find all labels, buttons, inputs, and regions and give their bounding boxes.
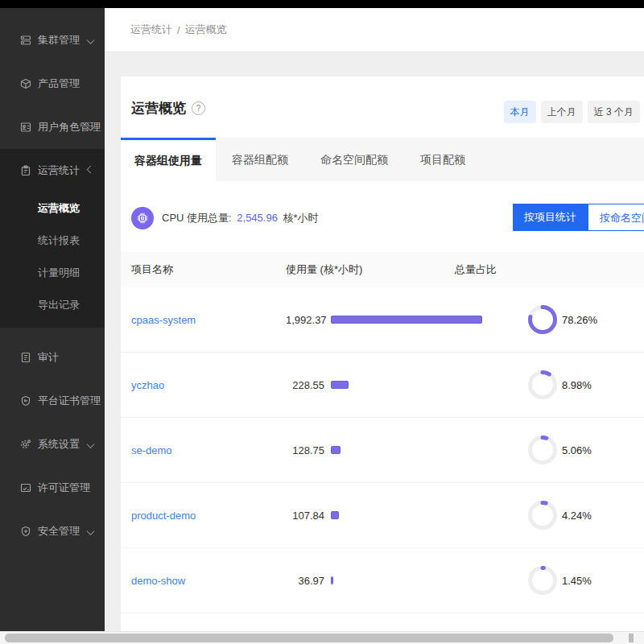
- license-icon: [20, 482, 31, 493]
- sidebar-item-label: 运营统计: [38, 163, 80, 178]
- cpu-total-value: 2,545.96: [237, 212, 278, 224]
- tab-project-quota[interactable]: 项目配额: [404, 138, 481, 181]
- main-area: 运营统计 / 运营概览 运营概览 ? 本月 上个月 近 3 个月 容器组使用量 …: [105, 8, 644, 644]
- usage-bar: [331, 446, 482, 454]
- product-icon: [20, 78, 31, 89]
- usage-bar: [331, 511, 482, 519]
- project-link[interactable]: cpaas-system: [121, 314, 286, 326]
- project-link[interactable]: yczhao: [121, 379, 286, 391]
- page-title: 运营概览 ?: [131, 99, 205, 118]
- sidebar-item-license-management[interactable]: 许可证管理: [0, 466, 105, 510]
- sidebar-item-operation-stats[interactable]: 运营统计: [0, 149, 105, 192]
- sidebar-group-operation-stats: 运营统计 运营概览 统计报表 计量明细 导出记录: [0, 149, 105, 328]
- sidebar-subitem-metering-detail[interactable]: 计量明细: [0, 257, 105, 289]
- horizontal-scrollbar-button[interactable]: [629, 634, 634, 642]
- platform-cert-icon: [20, 395, 31, 407]
- view-toggle: 按项目统计 按命名空间统计: [513, 204, 644, 231]
- ratio-percent: 1.45%: [562, 575, 592, 587]
- usage-bar: [331, 316, 482, 324]
- sidebar-item-label: 审计: [38, 350, 59, 365]
- ratio-donut-chart: [528, 501, 557, 530]
- cpu-summary-row: CPU 使用总量: 2,545.96 核*小时 按项目统计 按命名空间统计: [121, 194, 644, 242]
- sidebar: 集群管理 产品管理 用户角色管理 运营统计 运营概览 统计报表 计量明细 导出记…: [0, 8, 105, 644]
- breadcrumb: 运营统计 / 运营概览: [105, 8, 644, 52]
- time-filter-last-3-months[interactable]: 近 3 个月: [588, 101, 640, 123]
- help-icon[interactable]: ?: [192, 101, 205, 115]
- sidebar-subitem-statistics-report[interactable]: 统计报表: [0, 225, 105, 257]
- time-filter-this-month[interactable]: 本月: [504, 101, 536, 123]
- tab-pod-quota[interactable]: 容器组配额: [216, 138, 304, 181]
- ratio-donut-chart: [528, 566, 557, 595]
- sidebar-item-user-role-management[interactable]: 用户角色管理: [0, 105, 105, 149]
- time-filter-group: 本月 上个月 近 3 个月: [504, 101, 640, 123]
- system-settings-icon: [20, 439, 31, 450]
- cpu-icon: [131, 207, 154, 229]
- top-black-bar: [0, 0, 644, 8]
- project-link[interactable]: product-demo: [121, 510, 286, 522]
- usage-value: 107.84: [286, 510, 324, 522]
- sidebar-item-label: 集群管理: [38, 33, 80, 47]
- chevron-down-icon: [87, 166, 95, 174]
- user-role-icon: [20, 122, 31, 133]
- cpu-total-label: CPU 使用总量:: [162, 212, 232, 224]
- sidebar-item-cluster-management[interactable]: 集群管理: [0, 19, 105, 62]
- usage-value: 1,992.37: [286, 314, 324, 326]
- sidebar-item-label: 许可证管理: [38, 481, 90, 495]
- breadcrumb-parent[interactable]: 运营统计: [130, 23, 172, 37]
- chevron-left-icon: [87, 440, 95, 448]
- horizontal-scrollbar[interactable]: [0, 631, 644, 644]
- project-link[interactable]: se-demo: [121, 444, 286, 456]
- table-row: se-demo 128.75 5.06%: [121, 418, 644, 483]
- ratio-donut-chart: [528, 370, 557, 399]
- audit-icon: [20, 352, 31, 363]
- time-filter-last-month[interactable]: 上个月: [541, 101, 583, 123]
- usage-bar: [331, 576, 482, 584]
- table-row: product-demo 107.84 4.24%: [121, 483, 644, 548]
- usage-value: 36.97: [286, 575, 324, 587]
- cpu-total-text: CPU 使用总量: 2,545.96 核*小时: [162, 211, 319, 225]
- tab-pod-usage[interactable]: 容器组使用量: [121, 138, 216, 181]
- sidebar-item-label: 系统设置: [38, 437, 80, 452]
- chevron-left-icon: [87, 36, 95, 44]
- sidebar-item-platform-cert-management[interactable]: 平台证书管理: [0, 379, 105, 423]
- breadcrumb-current: 运营概览: [185, 23, 227, 37]
- tab-namespace-quota[interactable]: 命名空间配额: [304, 138, 404, 181]
- table-row: demo-show 36.97 1.45%: [121, 548, 644, 613]
- sidebar-item-label: 产品管理: [38, 76, 80, 91]
- security-icon: [20, 526, 31, 537]
- usage-value: 128.75: [286, 444, 324, 456]
- sidebar-item-label: 平台证书管理: [38, 394, 101, 408]
- breadcrumb-separator: /: [177, 24, 180, 36]
- usage-value: 228.55: [286, 379, 324, 391]
- sidebar-item-system-settings[interactable]: 系统设置: [0, 423, 105, 466]
- ratio-percent: 8.98%: [562, 379, 592, 391]
- chevron-left-icon: [87, 527, 95, 535]
- cluster-icon: [20, 35, 31, 46]
- table-header: 项目名称 使用量 (核*小时) 总量占比: [121, 252, 644, 287]
- content-area: 运营概览 ? 本月 上个月 近 3 个月 容器组使用量 容器组配额 命名空间配额…: [105, 52, 644, 644]
- sidebar-item-label: 安全管理: [38, 524, 80, 539]
- ratio-donut-chart: [528, 305, 557, 334]
- operation-stats-icon: [20, 165, 31, 176]
- sidebar-item-security-management[interactable]: 安全管理: [0, 510, 105, 553]
- ratio-percent: 4.24%: [562, 510, 592, 522]
- sidebar-subitem-export-records[interactable]: 导出记录: [0, 289, 105, 321]
- by-project-button[interactable]: 按项目统计: [513, 204, 588, 231]
- sidebar-item-audit[interactable]: 审计: [0, 336, 105, 379]
- ratio-donut-chart: [528, 436, 557, 464]
- tab-bar: 容器组使用量 容器组配额 命名空间配额 项目配额: [121, 138, 644, 181]
- table-row: yczhao 228.55 8.98%: [121, 353, 644, 418]
- horizontal-scrollbar-thumb[interactable]: [5, 634, 613, 642]
- project-link[interactable]: demo-show: [121, 575, 286, 587]
- card-header: 运营概览 ? 本月 上个月 近 3 个月: [121, 76, 644, 138]
- sidebar-item-product-management[interactable]: 产品管理: [0, 62, 105, 105]
- cpu-total-unit: 核*小时: [283, 212, 319, 224]
- ratio-percent: 5.06%: [562, 444, 592, 456]
- sidebar-subitem-operations-overview[interactable]: 运营概览: [0, 192, 105, 225]
- ratio-percent: 78.26%: [562, 314, 597, 326]
- column-usage: 使用量 (核*小时): [286, 262, 455, 277]
- column-total-ratio: 总量占比: [455, 262, 497, 277]
- column-project-name: 项目名称: [121, 262, 286, 277]
- usage-bar: [331, 381, 482, 389]
- by-namespace-button[interactable]: 按命名空间统计: [588, 204, 644, 231]
